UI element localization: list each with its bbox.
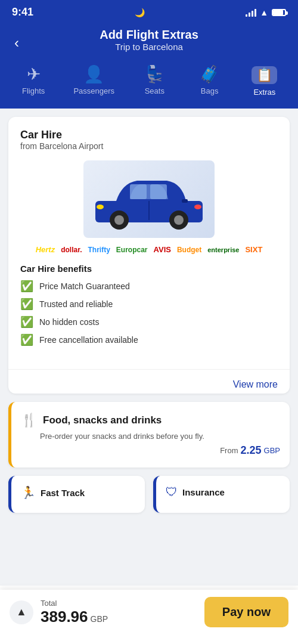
total-value: 389.96: [41, 608, 88, 626]
benefit-text-1: Price Match Guaranteed: [39, 281, 130, 291]
bags-icon: 🧳: [199, 66, 220, 83]
brand-europcar: Europcar: [116, 246, 148, 254]
food-price: 2.25: [240, 444, 261, 457]
food-card-header: 🍴 Food, snacks and drinks: [21, 413, 280, 428]
total-section: Total 389.96 GBP: [41, 599, 197, 626]
navigation-tabs: ✈ Flights 👤 Passengers 💺 Seats 🧳 Bags 📋 …: [0, 64, 298, 109]
tab-extras-label: Extras: [253, 88, 275, 97]
car-image-container: [20, 160, 278, 238]
food-snacks-card: 🍴 Food, snacks and drinks Pre-order your…: [8, 402, 290, 467]
food-from-label: From: [220, 446, 238, 455]
tab-seats[interactable]: 💺 Seats: [134, 64, 175, 99]
extras-icon: 📋: [252, 66, 277, 84]
tab-flights-label: Flights: [22, 86, 45, 95]
battery-icon: [272, 9, 286, 16]
total-currency: GBP: [91, 614, 108, 624]
brand-thrifty: Thrifty: [88, 246, 110, 254]
benefit-text-3: No hidden costs: [39, 317, 99, 327]
flights-icon: ✈: [27, 66, 41, 83]
tab-bags-label: Bags: [201, 86, 219, 95]
food-icon: 🍴: [21, 413, 37, 428]
car-hire-content: Car Hire from Barcelona Airport: [8, 117, 290, 363]
food-currency: GBP: [264, 446, 280, 455]
signal-icon: [246, 8, 256, 17]
pay-now-button[interactable]: Pay now: [204, 597, 288, 627]
chevron-up-icon: ▲: [16, 606, 27, 618]
insurance-title: Insurance: [182, 487, 225, 497]
fast-track-card: 🏃 Fast Track: [8, 476, 145, 513]
bottom-bar: ▲ Total 389.96 GBP Pay now: [0, 590, 298, 644]
tab-passengers[interactable]: 👤 Passengers: [67, 64, 120, 99]
food-title: Food, snacks and drinks: [43, 414, 162, 426]
tab-extras[interactable]: 📋 Extras: [244, 64, 285, 99]
fast-track-icon: 🏃: [21, 485, 36, 500]
page-title: Add Flight Extras: [12, 28, 286, 42]
brand-enterprise: enterprise: [207, 246, 239, 253]
svg-point-4: [114, 215, 124, 225]
food-price-row: From 2.25 GBP: [21, 444, 280, 457]
benefit-text-4: Free cancellation available: [39, 335, 138, 345]
page-subtitle: Trip to Barcelona: [12, 42, 286, 52]
wifi-icon: ▲: [260, 8, 268, 17]
moon-icon: 🌙: [135, 8, 145, 17]
brand-hertz: Hertz: [36, 245, 55, 254]
total-amount: 389.96 GBP: [41, 608, 197, 626]
benefit-3: ✅ No hidden costs: [20, 315, 278, 329]
benefit-check-icon-2: ✅: [20, 298, 33, 311]
benefit-1: ✅ Price Match Guaranteed: [20, 280, 278, 293]
svg-point-7: [97, 205, 104, 209]
brand-budget: Budget: [177, 246, 201, 254]
benefit-2: ✅ Trusted and reliable: [20, 298, 278, 311]
insurance-icon: 🛡: [166, 485, 178, 499]
page-header: ‹ Add Flight Extras Trip to Barcelona: [0, 22, 298, 64]
food-description: Pre-order your snacks and drinks before …: [21, 432, 280, 441]
passengers-icon: 👤: [83, 66, 104, 83]
tab-flights[interactable]: ✈ Flights: [13, 64, 54, 99]
svg-rect-1: [130, 184, 147, 199]
car-hire-subtitle: from Barcelona Airport: [20, 141, 278, 151]
car-hire-card: Car Hire from Barcelona Airport: [8, 117, 290, 394]
svg-rect-2: [150, 184, 167, 199]
tab-bags[interactable]: 🧳 Bags: [189, 64, 231, 99]
fast-track-header: 🏃 Fast Track: [21, 485, 135, 500]
benefit-check-icon-4: ✅: [20, 333, 33, 346]
view-more-row: View more: [8, 369, 290, 394]
benefits-title: Car Hire benefits: [20, 264, 278, 274]
benefit-check-icon: ✅: [20, 280, 33, 293]
benefit-check-icon-3: ✅: [20, 315, 33, 329]
insurance-header: 🛡 Insurance: [166, 485, 280, 499]
seats-icon: 💺: [144, 66, 165, 83]
car-image: [83, 160, 215, 238]
brand-logos: Hertz dollar. Thrifty Europcar AVIS Budg…: [20, 245, 278, 254]
total-label: Total: [41, 599, 197, 608]
brand-dollar: dollar.: [61, 246, 82, 254]
insurance-card: 🛡 Insurance: [153, 476, 290, 513]
bottom-row-cards: 🏃 Fast Track 🛡 Insurance: [8, 476, 290, 513]
main-content: Car Hire from Barcelona Airport: [0, 109, 298, 586]
svg-point-6: [174, 215, 184, 225]
status-bar: 9:41 🌙 ▲: [0, 0, 298, 22]
fast-track-title: Fast Track: [41, 488, 85, 498]
car-hire-title: Car Hire: [20, 129, 278, 141]
view-more-button[interactable]: View more: [233, 379, 278, 390]
tab-seats-label: Seats: [145, 86, 164, 95]
expand-button[interactable]: ▲: [10, 600, 33, 624]
brand-sixt: SIXT: [245, 245, 262, 254]
car-hire-header: Car Hire from Barcelona Airport: [20, 129, 278, 151]
benefit-4: ✅ Free cancellation available: [20, 333, 278, 346]
tab-passengers-label: Passengers: [73, 86, 114, 95]
svg-point-8: [194, 205, 201, 209]
benefit-text-2: Trusted and reliable: [39, 299, 113, 309]
brand-avis: AVIS: [154, 245, 171, 254]
svg-rect-10: [182, 199, 188, 203]
status-icons: ▲: [246, 8, 286, 17]
status-time: 9:41: [12, 6, 33, 18]
